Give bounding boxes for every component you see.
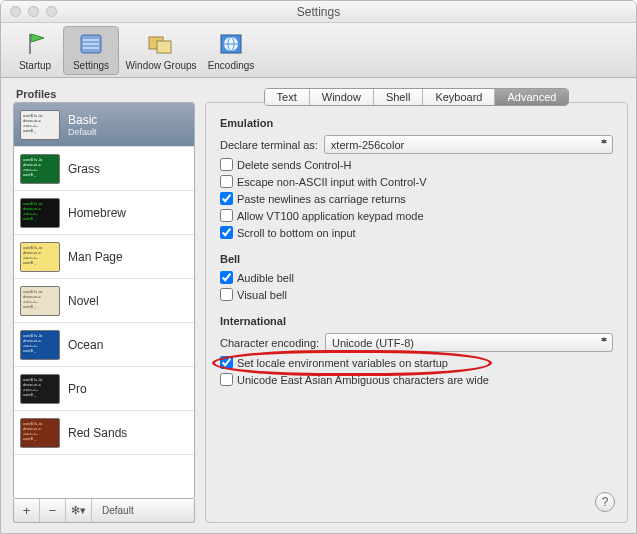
flag-icon (21, 30, 49, 58)
tab-shell[interactable]: Shell (374, 89, 423, 105)
paste-newlines-label: Paste newlines as carriage returns (237, 193, 406, 205)
profile-grass[interactable]: user$ ls -ladrwxr-xr-x-rw-r--r--user$ _G… (14, 147, 194, 191)
profile-thumbnail: user$ ls -ladrwxr-xr-x-rw-r--r--user$ _ (20, 330, 60, 360)
declare-terminal-label: Declare terminal as: (220, 139, 318, 151)
emulation-section: Emulation Declare terminal as: xterm-256… (220, 117, 613, 239)
add-profile-button[interactable]: + (14, 499, 40, 522)
profile-name: Pro (68, 382, 87, 396)
advanced-pane: Emulation Declare terminal as: xterm-256… (205, 102, 628, 523)
profile-homebrew[interactable]: user$ ls -ladrwxr-xr-x-rw-r--r--user$ _H… (14, 191, 194, 235)
set-locale-label: Set locale environment variables on star… (237, 357, 448, 369)
close-button[interactable] (10, 6, 21, 17)
svg-rect-6 (157, 41, 171, 53)
sidebar: Profiles user$ ls -ladrwxr-xr-x-rw-r--r-… (13, 88, 195, 523)
toolbar-encodings[interactable]: Encodings (203, 27, 259, 74)
toolbar-startup[interactable]: Startup (7, 27, 63, 74)
scroll-bottom-checkbox[interactable] (220, 226, 233, 239)
delete-ctrl-h-checkbox[interactable] (220, 158, 233, 171)
profile-thumbnail: user$ ls -ladrwxr-xr-x-rw-r--r--user$ _ (20, 110, 60, 140)
toolbar-window-groups[interactable]: Window Groups (119, 27, 203, 74)
titlebar: Settings (1, 1, 636, 23)
toolbar: Startup Settings Window Groups Encodings (1, 23, 636, 78)
tab-keyboard[interactable]: Keyboard (423, 89, 495, 105)
main-panel: TextWindowShellKeyboardAdvanced Emulatio… (205, 88, 628, 523)
vt100-keypad-label: Allow VT100 application keypad mode (237, 210, 424, 222)
vt100-keypad-checkbox[interactable] (220, 209, 233, 222)
declare-terminal-select[interactable]: xterm-256color (324, 135, 613, 154)
settings-icon (77, 30, 105, 58)
window-groups-icon (147, 30, 175, 58)
tab-window[interactable]: Window (310, 89, 374, 105)
audible-bell-checkbox[interactable] (220, 271, 233, 284)
profile-thumbnail: user$ ls -ladrwxr-xr-x-rw-r--r--user$ _ (20, 198, 60, 228)
profile-ocean[interactable]: user$ ls -ladrwxr-xr-x-rw-r--r--user$ _O… (14, 323, 194, 367)
east-asian-label: Unicode East Asian Ambiguous characters … (237, 374, 489, 386)
profile-man-page[interactable]: user$ ls -ladrwxr-xr-x-rw-r--r--user$ _M… (14, 235, 194, 279)
set-locale-checkbox[interactable] (220, 356, 233, 369)
bell-section: Bell Audible bell Visual bell (220, 253, 613, 301)
profile-name: Homebrew (68, 206, 126, 220)
profile-name: Novel (68, 294, 99, 308)
audible-bell-label: Audible bell (237, 272, 294, 284)
minimize-button[interactable] (28, 6, 39, 17)
emulation-heading: Emulation (220, 117, 613, 129)
profile-thumbnail: user$ ls -ladrwxr-xr-x-rw-r--r--user$ _ (20, 154, 60, 184)
paste-newlines-checkbox[interactable] (220, 192, 233, 205)
profile-name: Grass (68, 162, 100, 176)
international-heading: International (220, 315, 613, 327)
toolbar-settings[interactable]: Settings (63, 26, 119, 75)
visual-bell-checkbox[interactable] (220, 288, 233, 301)
profile-name: Man Page (68, 250, 123, 264)
profile-actions-menu[interactable]: ✻▾ (66, 499, 92, 522)
remove-profile-button[interactable]: − (40, 499, 66, 522)
escape-nonascii-label: Escape non-ASCII input with Control-V (237, 176, 427, 188)
scroll-bottom-label: Scroll to bottom on input (237, 227, 356, 239)
window-title: Settings (1, 5, 636, 19)
encoding-select[interactable]: Unicode (UTF-8) (325, 333, 613, 352)
profile-thumbnail: user$ ls -ladrwxr-xr-x-rw-r--r--user$ _ (20, 418, 60, 448)
profile-thumbnail: user$ ls -ladrwxr-xr-x-rw-r--r--user$ _ (20, 374, 60, 404)
profile-name: BasicDefault (68, 113, 97, 137)
profiles-footer: + − ✻▾ Default (13, 499, 195, 523)
bell-heading: Bell (220, 253, 613, 265)
escape-nonascii-checkbox[interactable] (220, 175, 233, 188)
visual-bell-label: Visual bell (237, 289, 287, 301)
profile-thumbnail: user$ ls -ladrwxr-xr-x-rw-r--r--user$ _ (20, 286, 60, 316)
profile-name: Red Sands (68, 426, 127, 440)
globe-icon (217, 30, 245, 58)
encoding-label: Character encoding: (220, 337, 319, 349)
east-asian-checkbox[interactable] (220, 373, 233, 386)
settings-window: Settings Startup Settings Window Groups … (0, 0, 637, 534)
profiles-list[interactable]: user$ ls -ladrwxr-xr-x-rw-r--r--user$ _B… (13, 102, 195, 499)
zoom-button[interactable] (46, 6, 57, 17)
window-controls (10, 6, 57, 17)
profile-red-sands[interactable]: user$ ls -ladrwxr-xr-x-rw-r--r--user$ _R… (14, 411, 194, 455)
tab-advanced[interactable]: Advanced (495, 89, 568, 105)
profile-novel[interactable]: user$ ls -ladrwxr-xr-x-rw-r--r--user$ _N… (14, 279, 194, 323)
settings-tabs: TextWindowShellKeyboardAdvanced (205, 88, 628, 106)
default-profile-button[interactable]: Default (92, 499, 144, 522)
profile-basic[interactable]: user$ ls -ladrwxr-xr-x-rw-r--r--user$ _B… (14, 103, 194, 147)
international-section: International Character encoding: Unicod… (220, 315, 613, 386)
profile-pro[interactable]: user$ ls -ladrwxr-xr-x-rw-r--r--user$ _P… (14, 367, 194, 411)
help-button[interactable]: ? (595, 492, 615, 512)
tab-text[interactable]: Text (265, 89, 310, 105)
profile-thumbnail: user$ ls -ladrwxr-xr-x-rw-r--r--user$ _ (20, 242, 60, 272)
delete-ctrl-h-label: Delete sends Control-H (237, 159, 351, 171)
profile-name: Ocean (68, 338, 103, 352)
profiles-header: Profiles (13, 88, 195, 100)
